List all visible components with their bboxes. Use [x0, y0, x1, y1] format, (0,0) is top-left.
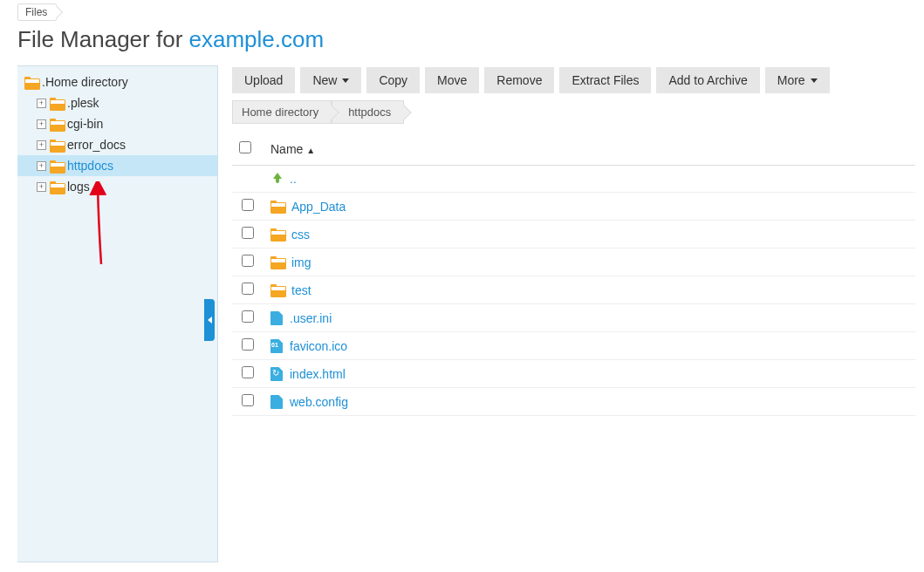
file-link[interactable]: web.config [290, 395, 348, 409]
table-row: favicon.ico [232, 332, 915, 360]
expand-icon[interactable]: + [37, 140, 46, 150]
row-checkbox[interactable] [242, 227, 254, 239]
more-button-label: More [777, 73, 805, 87]
file-link[interactable]: favicon.ico [290, 339, 347, 353]
page-title: File Manager for example.com [0, 23, 924, 65]
folder-icon [270, 228, 284, 240]
file-icon [270, 339, 283, 353]
row-checkbox[interactable] [242, 338, 254, 351]
main-content: Upload New Copy Move Remove Extract File… [218, 65, 924, 562]
file-icon [270, 311, 283, 325]
file-link[interactable]: .user.ini [290, 311, 332, 325]
directory-tree: .Home directory [17, 72, 217, 92]
folder-icon [270, 256, 284, 268]
column-header-name[interactable]: Name▲ [264, 133, 915, 166]
remove-button[interactable]: Remove [484, 67, 554, 93]
breadcrumb-item[interactable]: httpdocs [332, 100, 404, 124]
tree-item-httpdocs[interactable]: +httpdocs [17, 155, 217, 176]
up-link[interactable]: .. [290, 172, 297, 186]
file-icon [270, 395, 283, 409]
folder-icon [270, 201, 284, 212]
tree-item-home[interactable]: .Home directory [17, 72, 217, 92]
file-link[interactable]: css [291, 228, 310, 242]
column-header-name-label: Name [270, 142, 303, 156]
row-checkbox[interactable] [242, 255, 254, 267]
row-checkbox[interactable] [242, 199, 254, 211]
tree-item-logs[interactable]: +logs [17, 176, 217, 197]
table-row-up[interactable]: .. [232, 166, 915, 193]
tree-item--plesk[interactable]: +.plesk [17, 92, 217, 113]
table-row: img [232, 249, 915, 276]
folder-icon [24, 77, 38, 88]
row-checkbox[interactable] [242, 366, 254, 378]
up-arrow-icon [270, 173, 283, 185]
tree-item-error_docs[interactable]: +error_docs [17, 134, 217, 155]
table-row: css [232, 221, 915, 249]
page-title-prefix: File Manager for [17, 26, 189, 52]
page-title-domain[interactable]: example.com [189, 26, 325, 52]
expand-icon[interactable]: + [37, 161, 46, 171]
breadcrumb-item[interactable]: Home directory [232, 100, 332, 124]
new-button-label: New [312, 73, 337, 87]
file-icon [270, 367, 283, 381]
select-all-checkbox[interactable] [239, 141, 251, 153]
sort-asc-icon: ▲ [306, 146, 315, 155]
column-header-checkbox [232, 133, 264, 166]
move-button[interactable]: Move [425, 67, 479, 93]
tree-label: cgi-bin [67, 117, 103, 131]
upload-button[interactable]: Upload [232, 67, 295, 93]
copy-button[interactable]: Copy [366, 67, 420, 93]
file-link[interactable]: index.html [290, 367, 346, 381]
row-checkbox[interactable] [242, 394, 254, 406]
file-table: Name▲ .. App_Datacssimgtest.user.inifavi… [232, 133, 915, 416]
table-row: index.html [232, 360, 915, 388]
extract-button[interactable]: Extract Files [559, 67, 651, 93]
file-link[interactable]: img [291, 255, 311, 269]
folder-icon [50, 98, 64, 109]
table-row: App_Data [232, 193, 915, 221]
chevron-down-icon [342, 78, 349, 83]
folder-icon [270, 284, 284, 296]
row-checkbox[interactable] [242, 283, 254, 295]
breadcrumb-files[interactable]: Files [17, 3, 57, 21]
tree-label-home: .Home directory [42, 75, 128, 89]
folder-icon [50, 119, 64, 130]
folder-icon [50, 140, 64, 151]
toolbar: Upload New Copy Move Remove Extract File… [232, 65, 915, 100]
table-row: web.config [232, 388, 915, 416]
new-button[interactable]: New [300, 67, 361, 93]
more-button[interactable]: More [765, 67, 830, 93]
sidebar: .Home directory +.plesk+cgi-bin+error_do… [17, 65, 218, 562]
table-row: test [232, 276, 915, 304]
expand-icon[interactable]: + [37, 182, 46, 192]
archive-button[interactable]: Add to Archive [656, 67, 759, 93]
folder-icon [50, 181, 64, 193]
tree-label: error_docs [67, 138, 126, 152]
expand-icon[interactable]: + [37, 99, 46, 108]
file-link[interactable]: App_Data [291, 200, 346, 214]
folder-icon [50, 160, 64, 172]
tree-label: httpdocs [67, 159, 113, 173]
sidebar-collapse-handle[interactable] [204, 299, 215, 341]
file-link[interactable]: test [291, 283, 311, 297]
chevron-down-icon [811, 78, 818, 83]
tree-item-cgi-bin[interactable]: +cgi-bin [17, 113, 217, 134]
row-checkbox[interactable] [242, 310, 254, 323]
tree-label: .plesk [67, 96, 99, 110]
path-breadcrumb: Home directoryhttpdocs [232, 100, 915, 133]
expand-icon[interactable]: + [37, 119, 46, 129]
tree-label: logs [67, 180, 90, 194]
table-row: .user.ini [232, 304, 915, 332]
